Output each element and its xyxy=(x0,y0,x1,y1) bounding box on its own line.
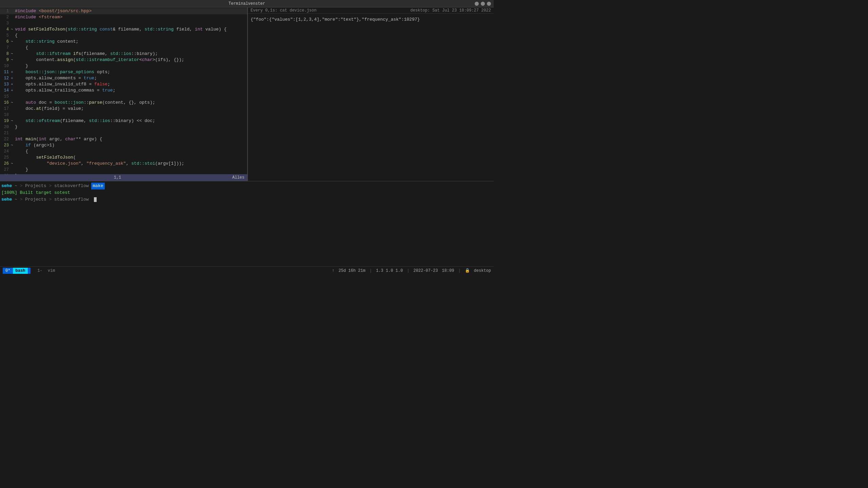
close-button[interactable]: × xyxy=(487,2,491,6)
line-indicator-8: ~ xyxy=(11,51,15,57)
line-indicator-11: + xyxy=(11,69,15,75)
line-indicator-25 xyxy=(11,155,15,161)
lock-icon: 🔒 xyxy=(465,268,470,273)
line-indicator-1 xyxy=(11,8,15,14)
main-container: 1 #include <boost/json/src.hpp>2 #includ… xyxy=(0,7,494,274)
minimize-button[interactable]: _ xyxy=(475,2,479,6)
make-command: make xyxy=(91,183,104,189)
line-indicator-14: + xyxy=(11,87,15,94)
line-content-20: } xyxy=(15,124,247,130)
terminal-content: sehe ~ > Projects > stackoverflow make [… xyxy=(0,181,494,266)
line-content-11: boost::json::parse_options opts; xyxy=(15,69,247,75)
line-number-10: 10 xyxy=(0,63,11,69)
line-indicator-6: ~ xyxy=(11,39,15,45)
line-content-1: #include <boost/json/src.hpp> xyxy=(15,8,247,14)
vim-editor[interactable]: 1 #include <boost/json/src.hpp>2 #includ… xyxy=(0,7,248,181)
tmux-right-status: ↑ 25d 16h 21m | 1.3 1.0 1.0 | 2022-07-23… xyxy=(332,268,491,273)
prompt-chevron-2 xyxy=(88,196,91,203)
vim-statusbar: 1,1 Alles xyxy=(0,174,247,181)
tmux-sep-3: | xyxy=(407,268,409,273)
line-number-15: 15 xyxy=(0,94,11,100)
terminal-cursor xyxy=(94,197,97,202)
line-content-18 xyxy=(15,112,247,118)
line-number-9: 9 xyxy=(0,57,11,63)
line-content-27: } xyxy=(15,167,247,173)
line-indicator-12: + xyxy=(11,75,15,81)
line-indicator-7 xyxy=(11,45,15,51)
line-indicator-3 xyxy=(11,20,15,26)
line-indicator-16: ~ xyxy=(11,100,15,106)
tmux-windows: 0* bash 1- vim xyxy=(3,268,58,274)
line-content-12: opts.allow_comments = true; xyxy=(15,75,247,81)
line-content-17: doc.at(field) = value; xyxy=(15,106,247,112)
prompt-tilde-2: ~ xyxy=(12,196,17,203)
code-line-27: 27 } xyxy=(0,167,247,173)
line-content-22: int main(int argc, char** argv) { xyxy=(15,136,247,142)
line-number-23: 23 xyxy=(0,142,11,148)
code-line-13: 13+ opts.allow_invalid_utf8 = false; xyxy=(0,81,247,87)
code-line-15: 15 xyxy=(0,94,247,100)
code-line-19: 19~ std::ofstream(filename, std::ios::bi… xyxy=(0,118,247,124)
line-number-26: 26 xyxy=(0,161,11,167)
tmux-window-active[interactable]: 0* bash xyxy=(3,268,31,274)
terminal-line-2: [100%] Built target sotest xyxy=(0,189,494,196)
line-content-13: opts.allow_invalid_utf8 = false; xyxy=(15,81,247,87)
line-number-5: 5 xyxy=(0,33,11,39)
tmux-bash-label[interactable]: bash xyxy=(13,268,28,274)
code-line-1: 1 #include <boost/json/src.hpp> xyxy=(0,8,247,14)
code-line-25: 25 setFieldToJson( xyxy=(0,155,247,161)
line-indicator-5 xyxy=(11,33,15,39)
tmux-time: 18:09 xyxy=(442,268,454,273)
line-number-24: 24 xyxy=(0,148,11,155)
code-line-7: 7 { xyxy=(0,45,247,51)
line-content-19: std::ofstream(filename, std::ios::binary… xyxy=(15,118,247,124)
tmux-uptime: 25d 16h 21m xyxy=(339,268,366,273)
code-line-20: 20 } xyxy=(0,124,247,130)
line-indicator-17 xyxy=(11,106,15,112)
line-indicator-19: ~ xyxy=(11,118,15,124)
tmux-vim-label[interactable]: vim xyxy=(45,268,58,274)
line-indicator-22 xyxy=(11,136,15,142)
line-indicator-10 xyxy=(11,63,15,69)
line-number-20: 20 xyxy=(0,124,11,130)
code-line-10: 10 } xyxy=(0,63,247,69)
code-line-17: 17 doc.at(field) = value; xyxy=(0,106,247,112)
line-number-27: 27 xyxy=(0,167,11,173)
maximize-button[interactable]: □ xyxy=(481,2,485,6)
titlebar: Terminalvenster _ □ × xyxy=(0,0,494,7)
line-content-21 xyxy=(15,130,247,136)
prompt-sep-1 xyxy=(12,183,15,189)
line-content-26: "device.json", "frequency_ask", std::sto… xyxy=(15,161,247,167)
code-line-14: 14+ opts.allow_trailing_commas = true; xyxy=(0,87,247,94)
line-content-9: content.assign(std::istreambuf_iterator<… xyxy=(15,57,247,63)
tmux-hostname: desktop xyxy=(474,268,491,273)
line-content-6: std::string content; xyxy=(15,39,247,45)
json-output: {"foo":{"values":[1,2,3,4],"more":"text"… xyxy=(251,16,491,23)
prompt-arrow-1: > xyxy=(17,183,25,189)
window-controls: _ □ × xyxy=(475,2,491,6)
line-indicator-2 xyxy=(11,14,15,20)
code-line-24: 24 { xyxy=(0,148,247,155)
code-line-23: 23~ if (argc>1) xyxy=(0,142,247,148)
line-number-22: 22 xyxy=(0,136,11,142)
tmux-window-sep1[interactable]: 1- xyxy=(36,268,43,274)
line-number-18: 18 xyxy=(0,112,11,118)
prompt-stackoverflow-1: stackoverflow xyxy=(54,183,88,189)
prompt-arrow-4: > xyxy=(46,196,54,203)
line-content-7: { xyxy=(15,45,247,51)
build-output: [100%] Built target sotest xyxy=(1,189,70,196)
bottom-pane[interactable]: sehe ~ > Projects > stackoverflow make [… xyxy=(0,181,494,266)
prompt-tilde-1: ~ xyxy=(15,183,17,189)
line-number-19: 19 xyxy=(0,118,11,124)
prompt-user-2: sehe xyxy=(1,196,12,203)
code-line-5: 5 { xyxy=(0,33,247,39)
line-indicator-23: ~ xyxy=(11,142,15,148)
line-content-16: auto doc = boost::json::parse(content, {… xyxy=(15,100,247,106)
line-indicator-27 xyxy=(11,167,15,173)
line-indicator-9: ~ xyxy=(11,57,15,63)
line-number-21: 21 xyxy=(0,130,11,136)
line-indicator-13: + xyxy=(11,81,15,87)
line-content-3 xyxy=(15,20,247,26)
code-line-2: 2 #include <fstream> xyxy=(0,14,247,20)
tmux-window-num: 0* xyxy=(5,268,10,273)
